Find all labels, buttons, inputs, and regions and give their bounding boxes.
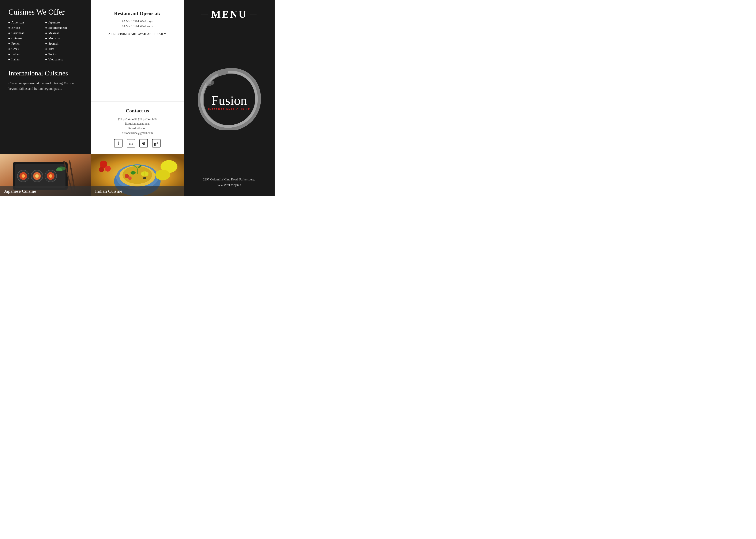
cuisine-item: Chinese	[8, 37, 45, 40]
address: 2297 Columbia Mine Road, Parkersburg, WV…	[203, 177, 255, 188]
international-desc: Classic recipes around the world, taking…	[8, 81, 82, 91]
bullet-icon	[8, 22, 10, 23]
hours-weekends: 8AM - 10PM Weekends	[99, 25, 175, 28]
cuisine-col-2: JapaneseMediterraneanMexicanMoroccanSpan…	[45, 21, 82, 63]
menu-title: MENU	[211, 8, 247, 20]
menu-dash-left: —	[201, 10, 209, 18]
google-plus-icon[interactable]: g+	[152, 139, 161, 147]
cuisine-item: Italian	[8, 58, 45, 61]
brand-subtitle: INTERNATIONAL CUISINE	[208, 108, 250, 111]
left-panel: Cuisines We Offer AmericanBritishCaribbe…	[0, 0, 91, 196]
address-line: 2297 Columbia Mine Road, Parkersburg, WV…	[203, 178, 255, 187]
svg-point-30	[125, 174, 129, 178]
bullet-icon	[8, 27, 10, 29]
linkedin-icon[interactable]: in	[127, 139, 135, 147]
opens-title: Restaurant Opens at:	[99, 11, 175, 16]
bullet-icon	[8, 33, 10, 34]
cuisine-item: Turkish	[45, 52, 82, 56]
bullet-icon	[45, 38, 47, 39]
cuisine-col-1: AmericanBritishCaribbeanChineseFrenchGre…	[8, 21, 45, 63]
indian-label: Indian Cuisine	[91, 186, 184, 196]
svg-point-34	[155, 170, 170, 180]
indian-image-container: Indian Cuisine	[91, 154, 184, 196]
phone-numbers: (913) 254-9430, (913) 234-5678	[99, 117, 175, 121]
contact-section: Contact us (913) 254-9430, (913) 234-567…	[91, 102, 184, 154]
contact-title: Contact us	[99, 108, 175, 114]
cuisine-item: Moroccan	[45, 37, 82, 40]
cuisine-item: American	[8, 21, 45, 24]
cuisine-item: Mediterranean	[45, 26, 82, 30]
svg-point-6	[22, 174, 25, 178]
hours-section: Restaurant Opens at: 9AM - 10PM Weekdays…	[91, 0, 184, 102]
cuisine-item: Spanish	[45, 42, 82, 45]
cuisine-item: French	[8, 42, 45, 45]
available-daily: ALL CUISINES ARE AVAILABLE DAILY	[99, 32, 175, 36]
svg-point-31	[128, 177, 132, 180]
sushi-label: Japanese Cuisine	[0, 186, 91, 196]
bullet-icon	[45, 27, 47, 29]
social-icons-row: fin⊕g+	[99, 139, 175, 147]
svg-point-12	[49, 174, 52, 178]
cuisine-item: Indian	[8, 52, 45, 56]
bullet-icon	[45, 22, 47, 23]
svg-point-23	[131, 171, 136, 175]
bullet-icon	[45, 33, 47, 34]
bullet-icon	[8, 43, 10, 44]
bullet-icon	[8, 59, 10, 60]
cuisine-item: Greek	[8, 47, 45, 51]
brand-logo: Fusion INTERNATIONAL CUISINE	[197, 67, 261, 130]
linkedin-link: linkedin/fusion	[99, 127, 175, 130]
cuisine-list-wrapper: AmericanBritishCaribbeanChineseFrenchGre…	[8, 21, 82, 63]
bullet-icon	[8, 48, 10, 50]
whatsapp-icon[interactable]: ⊕	[139, 139, 148, 147]
svg-point-36	[105, 166, 111, 172]
bullet-icon	[45, 43, 47, 44]
facebook-icon[interactable]: f	[114, 139, 122, 147]
cuisine-item: Vietnamese	[45, 58, 82, 61]
bullet-icon	[45, 59, 47, 60]
facebook-link: fb/fusionintenational	[99, 122, 175, 125]
cuisines-title: Cuisines We Offer	[8, 8, 82, 17]
svg-point-16	[56, 168, 62, 171]
cuisine-item: Thai	[45, 47, 82, 51]
sushi-image-container: Japanese Cuisine	[0, 154, 91, 196]
bullet-icon	[45, 54, 47, 55]
hours-weekdays: 9AM - 10PM Weekdays	[99, 20, 175, 23]
cuisine-item: Japanese	[45, 21, 82, 24]
menu-header: — MENU —	[201, 8, 257, 20]
svg-point-9	[35, 174, 39, 178]
cuisine-item: Caribbean	[8, 31, 45, 35]
right-panel: — MENU — Fusion INTERNATIONAL CUISINE 22…	[184, 0, 275, 196]
cuisine-item: Mexican	[45, 31, 82, 35]
brand-name: Fusion	[211, 93, 247, 108]
bullet-icon	[8, 38, 10, 39]
bullet-icon	[45, 48, 47, 50]
bullet-icon	[8, 54, 10, 55]
svg-point-37	[99, 167, 104, 172]
sushi-food-image: Japanese Cuisine	[0, 154, 91, 196]
email-link: fusioncuisine@gmail.com	[99, 131, 175, 135]
international-title: International Cuisines	[8, 69, 82, 77]
svg-point-32	[143, 177, 146, 179]
middle-panel: Restaurant Opens at: 9AM - 10PM Weekdays…	[91, 0, 184, 196]
menu-dash-right: —	[250, 10, 257, 18]
cuisine-item: British	[8, 26, 45, 30]
